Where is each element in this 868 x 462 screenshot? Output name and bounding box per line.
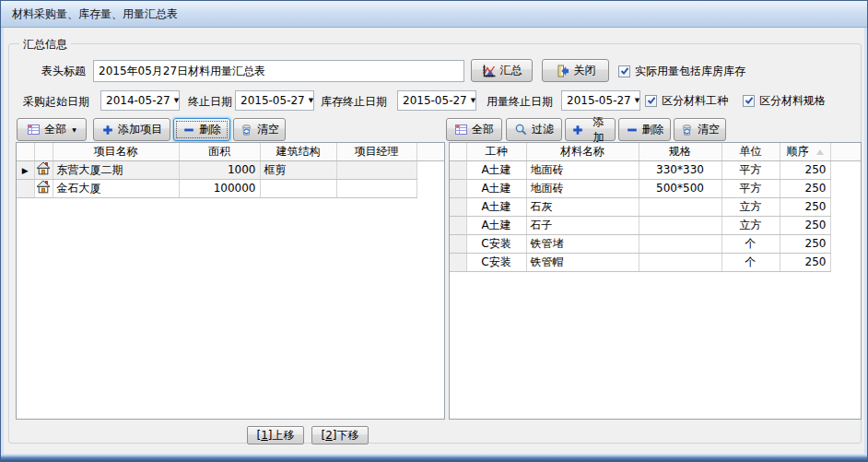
grid-icon xyxy=(454,123,468,136)
cell-unit[interactable]: 个 xyxy=(721,253,780,271)
cell-area[interactable]: 100000 xyxy=(179,179,260,197)
table-row[interactable]: A土建石灰立方250 xyxy=(450,197,861,216)
row-selector-cell[interactable] xyxy=(450,179,466,197)
summarize-button-label: 汇总 xyxy=(500,63,522,78)
right-add-button-label: 添加 xyxy=(588,114,609,146)
col-worktype[interactable]: 工种 xyxy=(466,143,526,160)
cell-material-name[interactable]: 铁管堵 xyxy=(526,234,639,253)
filler-cell xyxy=(830,197,861,216)
cell-material-name[interactable]: 铁管帽 xyxy=(526,253,639,271)
cell-unit[interactable]: 立方 xyxy=(721,197,780,216)
dialog-window: 材料采购量、库存量、用量汇总表 汇总信息 表头标题 汇总 关闭 xyxy=(0,0,868,462)
add-project-button[interactable]: 添加项目 xyxy=(93,118,170,141)
cell-unit[interactable]: 立方 xyxy=(721,216,780,234)
right-table-body: A土建地面砖330*330平方250A土建地面砖500*500平方250A土建石… xyxy=(450,160,861,271)
cell-material-name[interactable]: 石灰 xyxy=(526,197,639,216)
purchase-start-date-combo[interactable]: 2014-05-27 ▼ xyxy=(100,90,180,111)
stock-end-date-label: 库存终止日期 xyxy=(321,91,387,112)
report-title-input[interactable] xyxy=(93,60,464,82)
summarize-button[interactable]: 汇总 xyxy=(471,59,533,82)
row-selector-cell[interactable] xyxy=(450,234,466,253)
cell-project-manager[interactable] xyxy=(336,179,416,197)
cell-worktype[interactable]: A土建 xyxy=(466,179,526,197)
table-row[interactable]: A土建石子立方250 xyxy=(450,216,861,234)
col-spec[interactable]: 规格 xyxy=(639,143,721,160)
left-clear-button[interactable]: 清空 xyxy=(233,118,286,141)
cell-unit[interactable]: 个 xyxy=(721,234,780,253)
col-project-manager[interactable]: 项目经理 xyxy=(336,143,416,160)
cell-worktype[interactable]: C安装 xyxy=(466,253,526,271)
distinguish-spec-checkbox[interactable]: 区分材料规格 xyxy=(743,93,826,108)
cell-material-name[interactable]: 地面砖 xyxy=(526,160,639,179)
cell-worktype[interactable]: A土建 xyxy=(466,216,526,234)
cell-unit[interactable]: 平方 xyxy=(721,179,780,197)
table-row[interactable]: ▶东营大厦二期1000框剪 xyxy=(17,160,444,179)
cell-spec[interactable] xyxy=(639,216,721,234)
move-up-button[interactable]: [1]上移 xyxy=(247,426,304,444)
row-selector-cell[interactable] xyxy=(450,216,466,234)
row-selector-cell[interactable] xyxy=(450,253,466,271)
dropdown-arrow-icon: ▼ xyxy=(72,126,76,133)
usage-end-date-combo[interactable]: 2015-05-27 ▼ xyxy=(561,90,640,111)
cell-spec[interactable] xyxy=(639,253,721,271)
cell-project-name[interactable]: 金石大厦 xyxy=(53,179,179,197)
col-unit[interactable]: 单位 xyxy=(721,143,780,160)
row-selector-cell[interactable]: ▶ xyxy=(17,160,34,179)
table-row[interactable]: C安装铁管堵个250 xyxy=(450,234,861,253)
include-warehouse-stock-checkbox[interactable]: 实际用量包括库房库存 xyxy=(618,64,745,78)
cell-project-name[interactable]: 东营大厦二期 xyxy=(53,160,179,179)
row-selector-header xyxy=(450,143,466,160)
distinguish-worktype-checkbox[interactable]: 区分材料工种 xyxy=(645,93,728,108)
cell-order[interactable]: 250 xyxy=(780,197,830,216)
row-selector-cell[interactable] xyxy=(17,179,34,197)
cell-spec[interactable] xyxy=(639,234,721,253)
col-project-name[interactable]: 项目名称 xyxy=(53,143,179,160)
right-all-button[interactable]: 全部 xyxy=(446,118,502,141)
left-all-button[interactable]: 全部 ▼ xyxy=(17,118,87,141)
col-structure[interactable]: 建筑结构 xyxy=(260,143,336,160)
move-down-button[interactable]: [2]下移 xyxy=(311,426,369,444)
cell-order[interactable]: 250 xyxy=(780,179,830,197)
row-selector-cell[interactable] xyxy=(450,197,466,216)
cell-order[interactable]: 250 xyxy=(780,234,830,253)
cell-area[interactable]: 1000 xyxy=(179,160,260,179)
cell-order[interactable]: 250 xyxy=(780,253,830,271)
filter-button[interactable]: 过滤 xyxy=(506,118,562,141)
table-row[interactable]: A土建地面砖330*330平方250 xyxy=(450,160,861,179)
stock-end-date-combo[interactable]: 2015-05-27 ▼ xyxy=(397,90,476,111)
magnifier-icon xyxy=(514,123,528,136)
end-date-combo[interactable]: 2015-05-27 ▼ xyxy=(235,90,314,111)
table-row[interactable]: A土建地面砖500*500平方250 xyxy=(450,179,861,197)
right-add-button[interactable]: 添加 xyxy=(565,118,616,141)
cell-project-manager[interactable] xyxy=(336,160,416,179)
cell-spec[interactable] xyxy=(639,197,721,216)
cell-worktype[interactable]: A土建 xyxy=(466,160,526,179)
cell-spec[interactable]: 330*330 xyxy=(639,160,721,179)
cell-worktype[interactable]: C安装 xyxy=(466,234,526,253)
close-dialog-button[interactable]: 关闭 xyxy=(542,59,609,82)
cell-worktype[interactable]: A土建 xyxy=(466,197,526,216)
cell-spec[interactable]: 500*500 xyxy=(639,179,721,197)
col-order[interactable]: 顺序 xyxy=(780,143,830,160)
table-row[interactable]: C安装铁管帽个250 xyxy=(450,253,861,271)
col-material-name[interactable]: 材料名称 xyxy=(526,143,639,160)
cell-order[interactable]: 250 xyxy=(780,216,830,234)
chart-icon xyxy=(482,64,497,78)
col-area[interactable]: 面积 xyxy=(179,143,260,160)
cell-material-name[interactable]: 地面砖 xyxy=(526,179,639,197)
cell-structure[interactable] xyxy=(260,179,336,197)
filler-cell xyxy=(416,179,444,197)
right-all-button-label: 全部 xyxy=(472,122,494,137)
checkbox-checked-icon xyxy=(618,65,630,77)
cell-material-name[interactable]: 石子 xyxy=(526,216,639,234)
materials-panel: 工种 材料名称 规格 单位 顺序 A土建地面砖330*330平方250A土建地面… xyxy=(449,142,862,420)
left-delete-button[interactable]: 删除 xyxy=(173,118,230,141)
cell-order[interactable]: 250 xyxy=(780,160,830,179)
title-bar[interactable]: 材料采购量、库存量、用量汇总表 xyxy=(1,1,867,28)
cell-unit[interactable]: 平方 xyxy=(721,160,780,179)
table-row[interactable]: 金石大厦100000 xyxy=(17,179,444,197)
cell-structure[interactable]: 框剪 xyxy=(260,160,336,179)
row-selector-cell[interactable] xyxy=(450,160,466,179)
right-clear-button[interactable]: 清空 xyxy=(674,118,726,141)
right-delete-button[interactable]: 删除 xyxy=(618,118,671,141)
